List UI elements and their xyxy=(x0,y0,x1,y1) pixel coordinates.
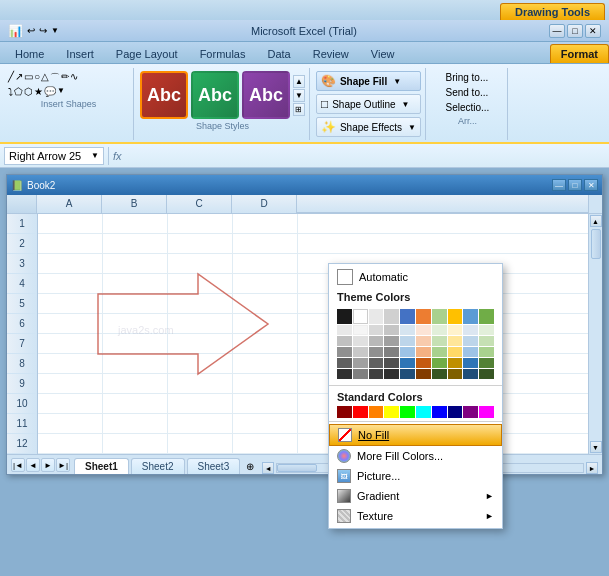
theme-color-cell[interactable] xyxy=(479,309,494,324)
workbook-close-button[interactable]: ✕ xyxy=(584,179,598,191)
style-swatch-2[interactable]: Abc xyxy=(191,71,239,119)
row-num-7[interactable]: 7 xyxy=(7,334,37,354)
vscroll-down-button[interactable]: ▼ xyxy=(590,441,602,453)
cell-b12[interactable] xyxy=(103,434,168,454)
theme-color-cell[interactable] xyxy=(448,369,463,379)
cell-a6[interactable] xyxy=(38,314,103,334)
styles-scroll-up-icon[interactable]: ▲ xyxy=(293,75,305,88)
cell-a12[interactable] xyxy=(38,434,103,454)
theme-color-cell[interactable] xyxy=(337,347,352,357)
row-num-5[interactable]: 5 xyxy=(7,294,37,314)
theme-color-cell[interactable] xyxy=(463,325,478,335)
theme-color-cell[interactable] xyxy=(463,309,478,324)
style-swatch-1[interactable]: Abc xyxy=(140,71,188,119)
col-header-a[interactable]: A xyxy=(37,195,102,213)
tab-page-layout[interactable]: Page Layout xyxy=(105,44,189,63)
row-num-6[interactable]: 6 xyxy=(7,314,37,334)
theme-color-cell[interactable] xyxy=(448,309,463,324)
theme-color-cell[interactable] xyxy=(337,309,352,324)
no-fill-option[interactable]: No Fill xyxy=(329,424,502,446)
fill-dropdown-arrow-icon[interactable]: ▼ xyxy=(393,77,401,86)
std-color-cyan[interactable] xyxy=(416,406,431,418)
cell-b7[interactable] xyxy=(103,334,168,354)
row-num-3[interactable]: 3 xyxy=(7,254,37,274)
theme-color-cell[interactable] xyxy=(384,325,399,335)
theme-color-cell[interactable] xyxy=(400,336,415,346)
cell-d2[interactable] xyxy=(233,234,298,254)
hscroll-thumb[interactable] xyxy=(277,464,317,472)
tab-format[interactable]: Format xyxy=(550,44,609,63)
shape-line-icon[interactable]: ╱ xyxy=(8,71,14,85)
cell-c11[interactable] xyxy=(168,414,233,434)
vscroll-thumb[interactable] xyxy=(591,229,601,259)
shape-outline-button[interactable]: □ Shape Outline ▼ xyxy=(316,94,421,114)
effects-dropdown-arrow-icon[interactable]: ▼ xyxy=(408,123,416,132)
theme-color-cell[interactable] xyxy=(369,369,384,379)
cell-b4[interactable] xyxy=(103,274,168,294)
cell-c9[interactable] xyxy=(168,374,233,394)
minimize-button[interactable]: — xyxy=(549,24,565,38)
shape-curve-icon[interactable]: ⌒ xyxy=(50,71,60,85)
cell-c5[interactable] xyxy=(168,294,233,314)
automatic-label[interactable]: Automatic xyxy=(359,271,408,283)
std-color-pink[interactable] xyxy=(479,406,494,418)
cell-d6[interactable] xyxy=(233,314,298,334)
cell-c6[interactable] xyxy=(168,314,233,334)
theme-color-cell[interactable] xyxy=(369,309,384,324)
selection-button[interactable]: Selectio... xyxy=(442,101,492,114)
theme-color-cell[interactable] xyxy=(432,309,447,324)
theme-color-cell[interactable] xyxy=(432,325,447,335)
picture-option[interactable]: 🖼 Picture... xyxy=(329,466,502,486)
theme-color-cell[interactable] xyxy=(432,358,447,368)
theme-color-cell[interactable] xyxy=(416,336,431,346)
theme-color-cell[interactable] xyxy=(432,336,447,346)
theme-color-cell[interactable] xyxy=(463,336,478,346)
cell-d11[interactable] xyxy=(233,414,298,434)
theme-color-cell[interactable] xyxy=(369,358,384,368)
undo-icon[interactable]: ↩ xyxy=(27,25,35,36)
bring-to-front-button[interactable]: Bring to... xyxy=(442,71,492,84)
cell-b11[interactable] xyxy=(103,414,168,434)
shape-fill-button[interactable]: 🎨 Shape Fill ▼ xyxy=(316,71,421,91)
shape-rect-icon[interactable]: ▭ xyxy=(24,71,33,85)
tab-data[interactable]: Data xyxy=(256,44,301,63)
cell-a5[interactable] xyxy=(38,294,103,314)
cell-a7[interactable] xyxy=(38,334,103,354)
theme-color-cell[interactable] xyxy=(448,358,463,368)
std-color-purple[interactable] xyxy=(463,406,478,418)
cell-a11[interactable] xyxy=(38,414,103,434)
send-to-back-button[interactable]: Send to... xyxy=(442,86,492,99)
shape-star-icon[interactable]: ★ xyxy=(34,86,43,97)
cell-b6[interactable] xyxy=(103,314,168,334)
theme-color-cell[interactable] xyxy=(416,309,431,324)
theme-color-cell[interactable] xyxy=(400,358,415,368)
theme-color-cell[interactable] xyxy=(384,309,399,324)
shape-oval-icon[interactable]: ○ xyxy=(34,71,40,85)
name-box-arrow-icon[interactable]: ▼ xyxy=(91,151,99,160)
row-num-2[interactable]: 2 xyxy=(7,234,37,254)
std-color-orange[interactable] xyxy=(369,406,384,418)
tab-formulas[interactable]: Formulas xyxy=(189,44,257,63)
name-box[interactable]: Right Arrow 25 ▼ xyxy=(4,147,104,165)
cell-b5[interactable] xyxy=(103,294,168,314)
theme-color-cell[interactable] xyxy=(432,369,447,379)
theme-color-cell[interactable] xyxy=(463,358,478,368)
restore-button[interactable]: □ xyxy=(567,24,583,38)
tab-home[interactable]: Home xyxy=(4,44,55,63)
sheet-prev-button[interactable]: ◄ xyxy=(26,458,40,472)
theme-color-cell[interactable] xyxy=(384,369,399,379)
theme-color-cell[interactable] xyxy=(369,336,384,346)
shape-more-icon[interactable]: ▼ xyxy=(57,86,65,97)
cell-a2[interactable] xyxy=(38,234,103,254)
texture-option[interactable]: Texture ► xyxy=(329,506,502,526)
workbook-minimize-button[interactable]: — xyxy=(552,179,566,191)
cell-b10[interactable] xyxy=(103,394,168,414)
sheet-first-button[interactable]: |◄ xyxy=(11,458,25,472)
theme-color-cell[interactable] xyxy=(448,347,463,357)
col-header-d[interactable]: D xyxy=(232,195,297,213)
shape-hexagon-icon[interactable]: ⬡ xyxy=(24,86,33,97)
cell-d1[interactable] xyxy=(233,214,298,234)
cell-d9[interactable] xyxy=(233,374,298,394)
theme-color-cell[interactable] xyxy=(432,347,447,357)
sheet-last-button[interactable]: ►| xyxy=(56,458,70,472)
